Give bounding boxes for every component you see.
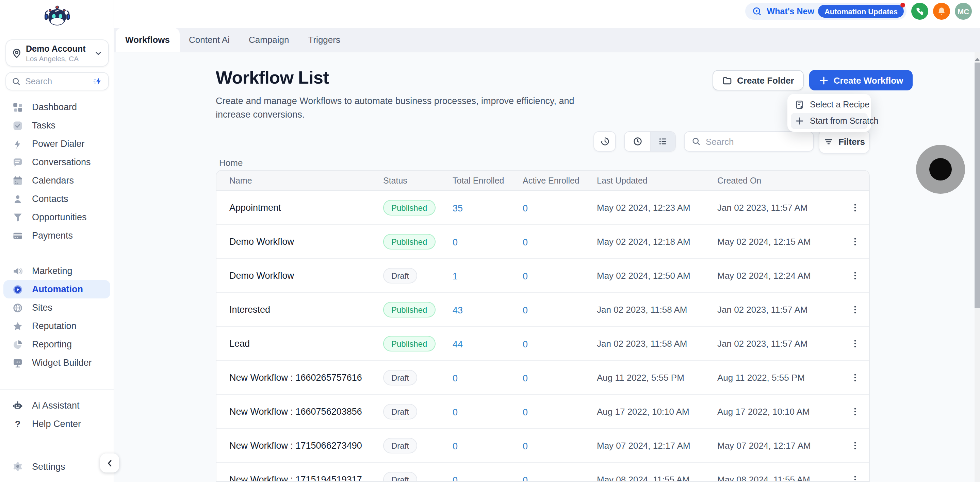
row-actions-button[interactable] bbox=[846, 471, 864, 482]
last-updated: Jan 02 2023, 11:58 AM bbox=[597, 339, 717, 349]
sidebar-item-help-center[interactable]: ?Help Center bbox=[3, 415, 110, 433]
phone-button[interactable] bbox=[911, 3, 928, 20]
sidebar-search-placeholder: Search bbox=[25, 76, 52, 86]
row-actions-button[interactable] bbox=[846, 301, 864, 319]
active-enrolled-link[interactable]: 0 bbox=[523, 407, 528, 417]
sidebar-item-settings[interactable]: Settings bbox=[3, 456, 110, 477]
total-enrolled-link[interactable]: 0 bbox=[453, 475, 458, 482]
breadcrumb[interactable]: Home bbox=[219, 158, 243, 168]
table-body: AppointmentPublished350May 02 2024, 12:2… bbox=[216, 191, 869, 482]
active-enrolled-link[interactable]: 0 bbox=[523, 441, 528, 451]
sidebar-item-reporting[interactable]: Reporting bbox=[3, 335, 110, 354]
status-cell: Draft bbox=[383, 472, 453, 482]
sidebar-search-input[interactable]: Search bbox=[5, 72, 109, 90]
scrollbar[interactable] bbox=[975, 52, 980, 482]
whats-new-button[interactable]: What's New Automation Updates bbox=[745, 3, 907, 20]
row-actions-button[interactable] bbox=[846, 437, 864, 455]
head-actions: Create Folder Create Workflow bbox=[713, 70, 913, 90]
sidebar-item-ai-assistant[interactable]: Ai Assistant bbox=[3, 396, 110, 415]
sidebar-item-power-dialer[interactable]: Power Dialer bbox=[3, 135, 110, 153]
sidebar-item-contacts[interactable]: Contacts bbox=[3, 190, 110, 208]
workflow-name[interactable]: Interested bbox=[229, 304, 383, 315]
total-enrolled-link[interactable]: 1 bbox=[453, 271, 458, 281]
tab-triggers[interactable]: Triggers bbox=[299, 28, 350, 52]
app: Demo Account Los Angeles, CA Search Dash… bbox=[0, 0, 980, 482]
history-button[interactable] bbox=[593, 131, 616, 152]
filters-button[interactable]: Filters bbox=[819, 129, 870, 154]
sidebar-section: MarketingAutomationSitesReputationReport… bbox=[0, 262, 114, 372]
row-actions-button[interactable] bbox=[846, 267, 864, 284]
menu-item-select-a-recipe[interactable]: Select a Recipe bbox=[791, 97, 868, 113]
view-list-button[interactable] bbox=[650, 132, 675, 151]
workflow-name[interactable]: New Workflow : 1715194519317 bbox=[229, 474, 383, 482]
active-enrolled-link[interactable]: 0 bbox=[523, 237, 528, 247]
search-placeholder: Search bbox=[706, 136, 733, 146]
workflow-name[interactable]: Lead bbox=[229, 339, 383, 349]
kebab-icon bbox=[850, 271, 860, 281]
sidebar-item-dashboard[interactable]: Dashboard bbox=[3, 98, 110, 116]
status-cell: Draft bbox=[383, 268, 453, 284]
workflow-name[interactable]: Demo Workflow bbox=[229, 236, 383, 247]
sidebar-item-widget-builder[interactable]: Widget Builder bbox=[3, 354, 110, 372]
sidebar-item-sites[interactable]: Sites bbox=[3, 298, 110, 317]
workflow-name[interactable]: New Workflow : 1715066273490 bbox=[229, 441, 383, 451]
active-enrolled-link[interactable]: 0 bbox=[523, 373, 528, 383]
workflow-name[interactable]: New Workflow : 1660265757616 bbox=[229, 373, 383, 383]
speaker-icon bbox=[12, 265, 23, 276]
sidebar-item-conversations[interactable]: Conversations bbox=[3, 153, 110, 171]
create-folder-button[interactable]: Create Folder bbox=[713, 70, 804, 90]
total-enrolled-link[interactable]: 44 bbox=[453, 339, 463, 349]
sidebar-item-automation[interactable]: Automation bbox=[3, 280, 110, 298]
workflow-name[interactable]: Appointment bbox=[229, 203, 383, 213]
tab-workflows[interactable]: Workflows bbox=[116, 28, 179, 52]
account-switcher[interactable]: Demo Account Los Angeles, CA bbox=[5, 40, 109, 67]
create-workflow-button[interactable]: Create Workflow bbox=[809, 70, 913, 90]
status-badge: Draft bbox=[383, 472, 417, 482]
total-enrolled-link[interactable]: 35 bbox=[453, 203, 463, 213]
workflow-search-input[interactable]: Search bbox=[684, 131, 814, 152]
notifications-button[interactable] bbox=[933, 3, 950, 20]
active-enrolled-link[interactable]: 0 bbox=[523, 271, 528, 281]
view-recent-button[interactable] bbox=[625, 132, 650, 151]
sidebar-item-tasks[interactable]: Tasks bbox=[3, 116, 110, 135]
scroll-up-arrow[interactable] bbox=[975, 52, 980, 61]
total-enrolled-link[interactable]: 0 bbox=[453, 237, 458, 247]
filters-label: Filters bbox=[838, 136, 865, 146]
row-actions-button[interactable] bbox=[846, 369, 864, 387]
row-actions-button[interactable] bbox=[846, 403, 864, 420]
kebab-icon bbox=[850, 441, 860, 451]
active-enrolled-link[interactable]: 0 bbox=[523, 339, 528, 349]
total-enrolled-link[interactable]: 0 bbox=[453, 407, 458, 417]
total-enrolled-link[interactable]: 0 bbox=[453, 373, 458, 383]
sidebar-item-reputation[interactable]: Reputation bbox=[3, 317, 110, 335]
column-header-active-enrolled: Active Enrolled bbox=[523, 176, 597, 185]
account-name: Demo Account bbox=[26, 44, 90, 53]
menu-item-start-from-scratch[interactable]: Start from Scratch bbox=[791, 113, 868, 129]
active-enrolled-link[interactable]: 0 bbox=[523, 305, 528, 315]
folder-icon bbox=[722, 75, 732, 85]
active-enrolled-link[interactable]: 0 bbox=[523, 203, 528, 213]
sidebar-item-marketing[interactable]: Marketing bbox=[3, 262, 110, 280]
automation-updates-badge[interactable]: Automation Updates bbox=[818, 5, 904, 17]
sidebar-collapse-button[interactable] bbox=[100, 453, 119, 472]
row-actions-button[interactable] bbox=[846, 199, 864, 217]
row-actions-button[interactable] bbox=[846, 335, 864, 352]
last-updated: May 07 2024, 12:17 AM bbox=[597, 441, 717, 451]
sidebar-item-opportunities[interactable]: Opportunities bbox=[3, 208, 110, 227]
sidebar-item-calendars[interactable]: Calendars bbox=[3, 171, 110, 190]
active-enrolled-link[interactable]: 0 bbox=[523, 475, 528, 482]
scrollbar-thumb[interactable] bbox=[975, 63, 980, 308]
workflow-name[interactable]: New Workflow : 1660756203856 bbox=[229, 406, 383, 417]
avatar[interactable]: MC bbox=[955, 3, 972, 20]
sidebar-item-payments[interactable]: Payments bbox=[3, 227, 110, 245]
total-enrolled-link[interactable]: 43 bbox=[453, 305, 463, 315]
workflow-name[interactable]: Demo Workflow bbox=[229, 271, 383, 281]
table-row: AppointmentPublished350May 02 2024, 12:2… bbox=[216, 191, 869, 225]
tab-campaign[interactable]: Campaign bbox=[239, 28, 299, 52]
cursor-overlay bbox=[916, 145, 965, 194]
tab-bar: WorkflowsContent AiCampaignTriggers bbox=[115, 28, 980, 52]
total-enrolled-link[interactable]: 0 bbox=[453, 441, 458, 451]
calendar-icon bbox=[12, 175, 23, 186]
tab-content-ai[interactable]: Content Ai bbox=[179, 28, 239, 52]
row-actions-button[interactable] bbox=[846, 233, 864, 251]
